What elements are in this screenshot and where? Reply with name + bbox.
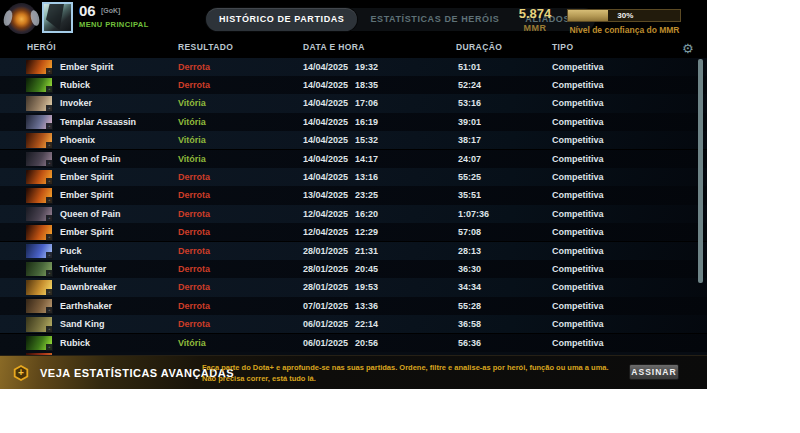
match-duration: 55:28 xyxy=(458,297,481,315)
table-header: HERÓI RESULTADO DATA E HORA DURAÇÃO TIPO xyxy=(0,40,707,57)
match-date: 12/04/2025 xyxy=(303,205,348,223)
hero-name: Queen of Pain xyxy=(60,150,121,168)
hero-portrait: ◦ xyxy=(26,115,52,130)
facet-badge-icon: ◦ xyxy=(46,160,53,167)
hero-name: Earthshaker xyxy=(60,297,112,315)
match-date: 28/01/2025 xyxy=(303,278,348,296)
hero-name: Templar Assassin xyxy=(60,113,136,131)
hero-portrait: ◦ xyxy=(26,262,52,277)
dota-plus-icon: + xyxy=(13,365,29,381)
match-row[interactable]: ◦RubickDerrota14/04/202518:3552:24Compet… xyxy=(0,76,707,94)
match-duration: 38:17 xyxy=(458,131,481,149)
match-row[interactable]: ◦InvokerVitória14/04/202517:0653:16Compe… xyxy=(0,94,707,112)
facet-badge-icon: ◦ xyxy=(46,326,53,333)
settings-gear-icon[interactable]: ⚙ xyxy=(682,41,694,56)
facet-badge-icon: ◦ xyxy=(46,234,53,241)
subscribe-button[interactable]: ASSINAR xyxy=(629,364,679,380)
match-type: Competitiva xyxy=(552,260,604,278)
column-type: TIPO xyxy=(552,42,573,52)
match-result: Derrota xyxy=(178,223,210,241)
hero-portrait: ◦ xyxy=(26,299,52,314)
match-row[interactable]: ◦PhoenixVitória14/04/202515:3238:17Compe… xyxy=(0,131,707,149)
hero-name: Rubick xyxy=(60,76,90,94)
player-name[interactable]: 06 xyxy=(79,2,96,19)
match-result: Derrota xyxy=(178,297,210,315)
match-duration: 57:08 xyxy=(458,223,481,241)
match-row[interactable]: ◦DawnbreakerDerrota28/01/202519:5334:34C… xyxy=(0,278,707,296)
player-clan-tag: [GoK] xyxy=(101,7,120,14)
match-date: 06/01/2025 xyxy=(303,315,348,333)
hero-name: Dawnbreaker xyxy=(60,278,117,296)
match-row[interactable]: ◦Ember SpiritDerrota12/04/202512:2957:08… xyxy=(0,223,707,241)
match-result: Derrota xyxy=(178,205,210,223)
match-row[interactable]: ◦Ember SpiritDerrota14/04/202513:1655:25… xyxy=(0,168,707,186)
match-row[interactable]: ◦Ember SpiritDerrota14/04/202519:3251:01… xyxy=(0,58,707,76)
match-duration: 28:13 xyxy=(458,242,481,260)
match-row[interactable]: ◦EarthshakerDerrota07/01/202513:3655:28C… xyxy=(0,297,707,315)
match-row[interactable]: ◦Queen of PainDerrota12/04/202516:201:07… xyxy=(0,205,707,223)
match-duration: 55:25 xyxy=(458,168,481,186)
match-row[interactable]: ◦RubickVitória06/01/202520:5656:36Compet… xyxy=(0,334,707,352)
match-result: Derrota xyxy=(178,278,210,296)
match-type: Competitiva xyxy=(552,168,604,186)
dota-plus-banner: + VEJA ESTATÍSTICAS AVANÇADAS Faça parte… xyxy=(0,355,707,389)
match-time: 23:25 xyxy=(355,186,378,204)
menu-principal-link[interactable]: MENU PRINCIPAL xyxy=(79,20,149,29)
match-date: 14/04/2025 xyxy=(303,150,348,168)
match-time: 17:06 xyxy=(355,94,378,112)
match-time: 20:45 xyxy=(355,260,378,278)
mmr-confidence-bar: 30% xyxy=(567,9,681,22)
tab-match-history[interactable]: HISTÓRICO DE PARTIDAS xyxy=(206,8,357,31)
facet-badge-icon: ◦ xyxy=(46,105,53,112)
match-type: Competitiva xyxy=(552,205,604,223)
dota-match-history-window: 06 [GoK] MENU PRINCIPAL HISTÓRICO DE PAR… xyxy=(0,0,707,389)
match-row[interactable]: ◦PuckDerrota28/01/202521:3128:13Competit… xyxy=(0,242,707,260)
vertical-scrollbar[interactable] xyxy=(698,59,703,283)
match-row[interactable]: ◦Sand KingDerrota06/01/202522:1436:58Com… xyxy=(0,315,707,333)
hero-portrait: ◦ xyxy=(26,170,52,185)
match-type: Competitiva xyxy=(552,94,604,112)
match-row[interactable]: ◦Queen of PainVitória14/04/202514:1724:0… xyxy=(0,150,707,168)
mmr-confidence-fill xyxy=(568,10,608,21)
match-result: Derrota xyxy=(178,186,210,204)
match-date: 14/04/2025 xyxy=(303,94,348,112)
match-time: 19:53 xyxy=(355,278,378,296)
tab-hero-stats[interactable]: ESTATÍSTICAS DE HERÓIS xyxy=(357,8,512,31)
match-time: 21:31 xyxy=(355,242,378,260)
hero-name: Sand King xyxy=(60,315,105,333)
hero-portrait: ◦ xyxy=(26,60,52,75)
hero-name: Ember Spirit xyxy=(60,186,114,204)
match-row[interactable]: ◦TidehunterDerrota28/01/202520:4536:30Co… xyxy=(0,260,707,278)
player-avatar[interactable] xyxy=(42,2,73,33)
mmr-confidence-percent: 30% xyxy=(617,11,633,20)
match-type: Competitiva xyxy=(552,113,604,131)
match-date: 14/04/2025 xyxy=(303,131,348,149)
banner-description-line1: Faça parte do Dota+ e aprofunde-se nas s… xyxy=(202,362,609,373)
match-type: Competitiva xyxy=(552,76,604,94)
match-row[interactable]: ◦Templar AssassinVitória14/04/202516:193… xyxy=(0,113,707,131)
hero-name: Ember Spirit xyxy=(60,58,114,76)
match-type: Competitiva xyxy=(552,334,604,352)
match-duration: 52:24 xyxy=(458,76,481,94)
hero-name: Ember Spirit xyxy=(60,223,114,241)
match-result: Vitória xyxy=(178,334,206,352)
hero-name: Rubick xyxy=(60,334,90,352)
match-duration: 24:07 xyxy=(458,150,481,168)
facet-badge-icon: ◦ xyxy=(46,270,53,277)
hero-portrait: ◦ xyxy=(26,317,52,332)
match-result: Derrota xyxy=(178,260,210,278)
facet-badge-icon: ◦ xyxy=(46,86,53,93)
match-type: Competitiva xyxy=(552,242,604,260)
match-time: 14:17 xyxy=(355,150,378,168)
match-time: 22:14 xyxy=(355,315,378,333)
match-result: Derrota xyxy=(178,58,210,76)
rank-medal-icon xyxy=(6,3,37,34)
facet-badge-icon: ◦ xyxy=(46,68,53,75)
match-date: 12/04/2025 xyxy=(303,223,348,241)
match-type: Competitiva xyxy=(552,223,604,241)
match-type: Competitiva xyxy=(552,278,604,296)
match-duration: 1:07:36 xyxy=(458,205,489,223)
mmr-confidence-label: Nível de confiança do MMR xyxy=(552,25,697,35)
match-row[interactable]: ◦Ember SpiritDerrota13/04/202523:2535:51… xyxy=(0,186,707,204)
match-date: 14/04/2025 xyxy=(303,113,348,131)
